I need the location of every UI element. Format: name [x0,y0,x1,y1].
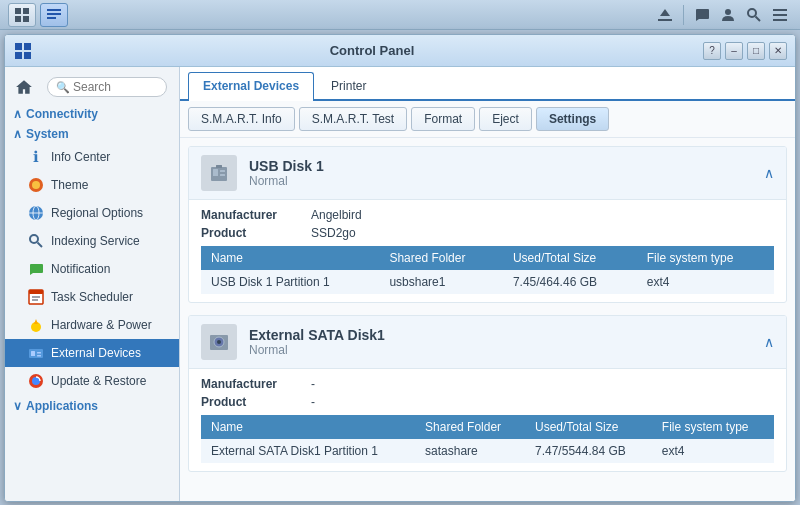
svg-rect-4 [47,9,61,11]
task-icon [27,288,45,306]
window-title: Control Panel [41,43,703,58]
sidebar-item-update-restore[interactable]: Update & Restore [5,367,179,395]
sidebar-section-connectivity[interactable]: ∧ Connectivity [5,103,179,123]
svg-rect-3 [23,16,29,22]
manufacturer-label-usb: Manufacturer [201,208,291,222]
sidebar-section-applications[interactable]: ∨ Applications [5,395,179,415]
col-header-name-sata: Name [201,415,415,439]
svg-rect-42 [216,165,222,168]
chevron-down-icon: ∧ [13,127,22,141]
svg-rect-18 [24,52,31,59]
col-header-name-usb: Name [201,246,379,270]
titlebar: Control Panel ? – □ ✕ [5,35,795,67]
sidebar-section-system[interactable]: ∧ System [5,123,179,143]
section-label: System [26,127,69,141]
search-taskbar-icon[interactable] [742,3,766,27]
panel-icon[interactable] [40,3,68,27]
indexing-icon [27,232,45,250]
item-label: Notification [51,262,110,276]
product-value-sata: - [311,395,315,409]
menu-taskbar-icon[interactable] [768,3,792,27]
item-label: External Devices [51,346,141,360]
tab-external-devices[interactable]: External Devices [188,72,314,101]
usb-device-icon [201,155,237,191]
sidebar-item-theme[interactable]: Theme [5,171,179,199]
update-icon [27,372,45,390]
svg-rect-12 [773,9,787,11]
sidebar-item-hardware-power[interactable]: Hardware & Power [5,311,179,339]
sidebar-item-task-scheduler[interactable]: Task Scheduler [5,283,179,311]
item-label: Update & Restore [51,374,146,388]
svg-rect-14 [773,19,787,21]
svg-point-9 [725,9,731,15]
smart-test-button[interactable]: S.M.A.R.T. Test [299,107,407,131]
partition-table-usb: Name Shared Folder Used/Total Size File … [201,246,774,294]
device-expand-sata[interactable]: ∧ [764,334,774,350]
manufacturer-label-sata: Manufacturer [201,377,291,391]
content-area: USB Disk 1 Normal ∧ Manufacturer Angelbi… [180,138,795,501]
svg-rect-39 [213,169,218,176]
user-taskbar-icon[interactable] [716,3,740,27]
upload-taskbar-icon[interactable] [653,3,677,27]
svg-line-11 [756,16,761,21]
minimize-button[interactable]: – [725,42,743,60]
device-card-usb: USB Disk 1 Normal ∧ Manufacturer Angelbi… [188,146,787,303]
theme-icon [27,176,45,194]
svg-point-20 [32,181,40,189]
maximize-button[interactable]: □ [747,42,765,60]
sidebar: 🔍 ∧ Connectivity ∧ System ℹ Info Center [5,67,180,501]
close-button[interactable]: ✕ [769,42,787,60]
taskbar-right [653,3,792,27]
col-header-folder-sata: Shared Folder [415,415,525,439]
format-button[interactable]: Format [411,107,475,131]
settings-button[interactable]: Settings [536,107,609,131]
device-info-usb: USB Disk 1 Normal [249,158,324,188]
taskbar-divider-1 [683,5,684,25]
control-panel-window: Control Panel ? – □ ✕ 🔍 ∧ [4,34,796,502]
home-button[interactable] [11,76,37,98]
device-name-sata: External SATA Disk1 [249,327,385,343]
notification-icon [27,260,45,278]
item-label: Theme [51,178,88,192]
help-button[interactable]: ? [703,42,721,60]
grid-icon[interactable] [8,3,36,27]
svg-rect-16 [24,43,31,50]
svg-rect-41 [220,174,225,176]
tab-printer[interactable]: Printer [316,72,381,99]
svg-point-10 [748,9,756,17]
sidebar-item-indexing[interactable]: Indexing Service [5,227,179,255]
partition-size-usb: 7.45/464.46 GB [503,270,637,294]
search-input[interactable] [73,80,158,94]
chat-taskbar-icon[interactable] [690,3,714,27]
search-box[interactable]: 🔍 [47,77,167,97]
svg-point-24 [30,235,38,243]
col-header-fs-usb: File system type [637,246,774,270]
col-header-size-usb: Used/Total Size [503,246,637,270]
device-expand-usb[interactable]: ∧ [764,165,774,181]
window-controls: ? – □ ✕ [703,42,787,60]
svg-rect-17 [15,52,22,59]
partition-name-usb: USB Disk 1 Partition 1 [201,270,379,294]
svg-rect-35 [37,355,41,357]
item-label: Task Scheduler [51,290,133,304]
item-label: Info Center [51,150,110,164]
device-name-usb: USB Disk 1 [249,158,324,174]
partition-size-sata: 7.47/5544.84 GB [525,439,652,463]
sidebar-item-info-center[interactable]: ℹ Info Center [5,143,179,171]
col-header-folder-usb: Shared Folder [379,246,503,270]
partition-fs-usb: ext4 [637,270,774,294]
sidebar-item-regional[interactable]: Regional Options [5,199,179,227]
sidebar-item-notification[interactable]: Notification [5,255,179,283]
svg-rect-34 [37,352,41,354]
eject-button[interactable]: Eject [479,107,532,131]
section-label: Connectivity [26,107,98,121]
detail-manufacturer-sata: Manufacturer - [201,377,774,391]
detail-manufacturer-usb: Manufacturer Angelbird [201,208,774,222]
toolbar: S.M.A.R.T. Info S.M.A.R.T. Test Format E… [180,101,795,138]
device-details-sata: Manufacturer - Product - Name Shared F [189,369,786,471]
product-label-usb: Product [201,226,291,240]
sidebar-item-external-devices[interactable]: External Devices [5,339,179,367]
svg-rect-13 [773,14,787,16]
smart-info-button[interactable]: S.M.A.R.T. Info [188,107,295,131]
product-value-usb: SSD2go [311,226,356,240]
